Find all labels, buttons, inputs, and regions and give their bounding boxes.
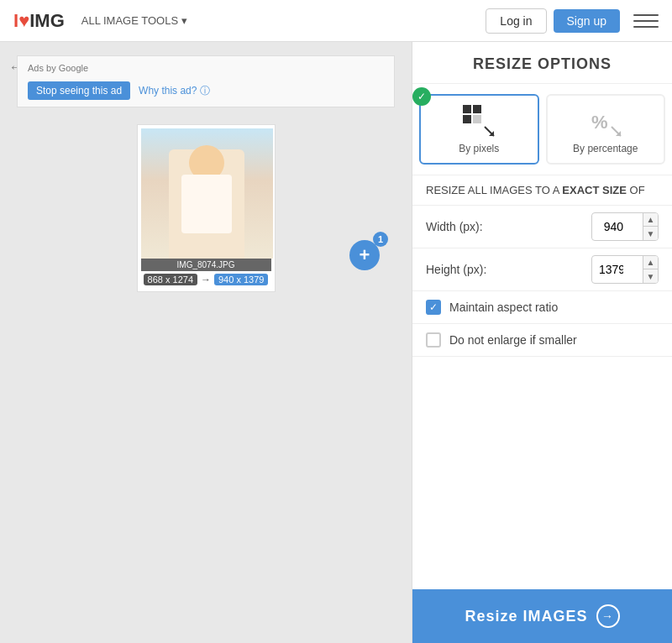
resize-images-button[interactable]: Resize IMAGES → [412,589,672,643]
svg-rect-0 [463,105,471,113]
resize-options-title: RESIZE OPTIONS [412,42,672,84]
height-input-wrapper: ▲ ▼ [591,255,659,284]
percentage-svg-icon: % [590,105,622,137]
header-right: Log in Sign up [486,8,659,34]
all-image-tools-link[interactable]: ALL IMAGE TOOLS ▾ [81,14,187,27]
header: I ♥ IMG ALL IMAGE TOOLS ▾ Log in Sign up [0,0,672,42]
left-panel: ← Ads by Google Stop seeing this ad Why … [0,42,412,643]
nav-label: ALL IMAGE TOOLS [81,14,178,27]
maintain-aspect-checkbox[interactable] [426,300,441,315]
ad-label: Ads by Google [28,63,88,73]
no-enlarge-checkbox[interactable] [426,332,441,348]
right-panel: RESIZE OPTIONS ✓ [412,42,672,643]
resize-btn-label: Resize IMAGES [465,608,587,625]
original-dimensions: 868 x 1274 [144,274,197,285]
percentage-label: By percentage [573,143,638,154]
mode-selector: ✓ By pixels [412,84,672,175]
pixels-icon [462,104,496,138]
login-button[interactable]: Log in [486,8,546,34]
photo-dress [181,175,232,233]
width-input-wrapper: ▲ ▼ [591,212,659,241]
image-filename: IMG_8074.JPG [141,259,271,271]
logo: I ♥ IMG [13,10,65,32]
maintain-aspect-label: Maintain aspect ratio [449,301,558,314]
add-btn-wrapper: 1 + [349,240,380,270]
why-this-ad-link[interactable]: Why this ad? ⓘ [139,84,210,98]
pixels-svg-icon [463,105,495,137]
height-spinner: ▲ ▼ [643,256,658,283]
no-enlarge-label: Do not enlarge if smaller [449,333,577,347]
height-decrement-button[interactable]: ▼ [643,269,658,283]
new-dimensions: 940 x 1379 [214,274,268,285]
hamburger-line2 [633,20,659,22]
image-dimensions: 868 x 1274 → 940 x 1379 [141,271,271,288]
image-preview [141,128,273,259]
photo-background [141,128,273,259]
hamburger-line1 [633,14,659,16]
hamburger-line3 [633,26,659,28]
svg-rect-1 [473,105,481,113]
maintain-aspect-row: Maintain aspect ratio [412,291,672,324]
spacer [412,357,672,589]
width-spinner: ▲ ▼ [643,213,658,240]
logo-heart-icon: ♥ [18,10,29,32]
image-card: IMG_8074.JPG 868 x 1274 → 940 x 1379 [137,124,276,292]
mode-by-percentage[interactable]: % By percentage [546,94,666,165]
resize-desc-prefix: RESIZE ALL IMAGES TO A [426,184,562,196]
resize-description: RESIZE ALL IMAGES TO A EXACT SIZE OF [412,175,672,206]
width-label: Width (px): [426,220,583,233]
arrow-icon: → [201,274,211,285]
mode-by-pixels[interactable]: ✓ By pixels [419,94,539,165]
height-label: Height (px): [426,263,583,276]
svg-rect-2 [463,115,471,123]
no-enlarge-row: Do not enlarge if smaller [412,324,672,357]
height-input[interactable] [592,258,643,281]
width-input[interactable] [592,215,643,238]
hamburger-menu[interactable] [633,8,659,34]
pixels-label: By pixels [459,143,499,154]
percentage-icon: % [589,104,622,138]
signup-button[interactable]: Sign up [554,9,620,33]
dropdown-icon: ▾ [181,14,187,27]
height-input-row: Height (px): ▲ ▼ [412,248,672,291]
width-decrement-button[interactable]: ▼ [643,227,658,240]
svg-text:%: % [591,112,608,133]
resize-desc-bold: EXACT SIZE [562,184,627,196]
width-input-row: Width (px): ▲ ▼ [412,206,672,248]
resize-desc-suffix: OF [627,184,645,196]
logo-img: IMG [29,10,65,32]
height-increment-button[interactable]: ▲ [643,256,658,269]
main-container: ← Ads by Google Stop seeing this ad Why … [0,42,672,643]
svg-rect-3 [473,115,481,123]
width-increment-button[interactable]: ▲ [643,213,658,227]
active-check-icon: ✓ [412,87,431,106]
ad-actions: Stop seeing this ad Why this ad? ⓘ [28,81,210,100]
resize-btn-arrow-icon: → [596,604,620,628]
ad-banner: Ads by Google Stop seeing this ad Why th… [17,55,395,107]
image-area: IMG_8074.JPG 868 x 1274 → 940 x 1379 1 + [0,116,412,301]
stop-seeing-ad-button[interactable]: Stop seeing this ad [28,81,130,100]
image-count-badge: 1 [373,232,388,247]
add-button-area: 1 + [349,240,380,270]
